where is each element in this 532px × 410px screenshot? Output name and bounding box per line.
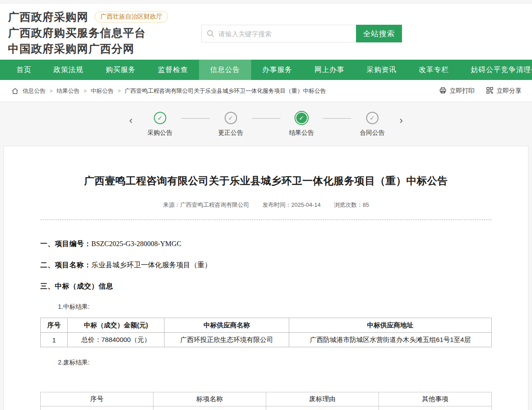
cell-lot-name: / xyxy=(153,406,266,410)
step-label: 结果公告 xyxy=(289,129,314,137)
check-icon: ✓ xyxy=(366,112,379,124)
nav-item-policies[interactable]: 政策法规 xyxy=(42,60,95,80)
cell-other-matters: / xyxy=(379,406,492,410)
step-connector xyxy=(252,118,280,119)
step-connector xyxy=(323,118,351,119)
page-actions: 立即打印 立即分享 xyxy=(439,87,521,95)
announcement-card: 广西壹鸣工程咨询有限公司关于乐业县城乡环卫一体化服务项目（重）中标公告 来源：广… xyxy=(4,146,528,410)
header-amount: 中标（成交）金额(元) xyxy=(68,318,165,333)
breadcrumb-separator: > xyxy=(118,88,121,94)
rejected-result-table: 序号 标项名称 废标理由 其他事项 / / / / xyxy=(40,392,492,410)
qr-code-icon xyxy=(486,87,494,95)
step-contract-announcement[interactable]: ✓ 合同公告 xyxy=(351,112,394,137)
nav-item-purchase-services[interactable]: 购买服务 xyxy=(95,60,147,80)
step-connector xyxy=(181,118,210,119)
header-seq: 序号 xyxy=(41,392,153,406)
step-label: 合同公告 xyxy=(360,129,385,137)
content-background: ‹ ✓ 采购公告 ✓ 更正公告 ✓ 结果公告 ✓ 合同公告 › 广西壹鸣工程咨询… xyxy=(0,102,532,410)
breadcrumb-item-result-announcements[interactable]: 结果公告 xyxy=(57,87,80,95)
cell-rejection-reason: / xyxy=(266,406,379,410)
project-name-label: 二、项目名称： xyxy=(40,261,92,269)
home-icon[interactable] xyxy=(11,87,19,95)
cell-seq: / xyxy=(41,406,153,410)
printer-icon xyxy=(439,87,447,95)
nav-item-procurement-news[interactable]: 采购资讯 xyxy=(356,60,408,80)
share-label: 立即分享 xyxy=(497,87,521,95)
award-result-table: 序号 中标（成交）金额(元) 中标供应商名称 中标供应商地址 1 总价：7884… xyxy=(40,318,492,347)
table-row: 1 总价：78840000（元） 广西环投正欣生态环境有限公司 广西防城港市防城… xyxy=(41,333,492,347)
meta-views: 浏览次数：85 xyxy=(334,201,369,209)
breadcrumb-item-current-page: 广西壹鸣工程咨询有限公司关于乐业县城乡环卫一体化服务项目（重）中标公告 xyxy=(125,87,326,95)
print-action[interactable]: 立即打印 xyxy=(439,87,475,95)
rejected-result-label: 2.废标结果: xyxy=(58,359,492,367)
nav-item-online-services[interactable]: 网上办事 xyxy=(303,60,356,80)
finance-dept-badge: 广西壮族自治区财政厅 xyxy=(95,11,168,23)
site-search: 全站搜索 xyxy=(201,25,402,42)
cell-amount: 总价：78840000（元） xyxy=(68,333,165,347)
share-action[interactable]: 立即分享 xyxy=(486,87,521,95)
meta-publish-time: 发布时间：2025-04-14 xyxy=(263,201,321,209)
step-procurement-announcement[interactable]: ✓ 采购公告 xyxy=(139,112,181,137)
header-lot-name: 标项名称 xyxy=(153,392,266,406)
header-rejection-reason: 废标理由 xyxy=(266,392,379,406)
breadcrumb-item-announcements[interactable]: 信息公告 xyxy=(23,87,46,95)
table-header-row: 序号 标项名称 废标理由 其他事项 xyxy=(41,392,492,406)
project-no-label: 一、项目编号： xyxy=(40,240,92,247)
print-label: 立即打印 xyxy=(450,87,475,95)
cell-supplier-address: 广西防城港市防城区水营街道办木头滩五组61号1至4层 xyxy=(289,333,492,347)
nav-item-supervision[interactable]: 监督检查 xyxy=(147,60,199,80)
cell-supplier-name: 广西环投正欣生态环境有限公司 xyxy=(165,333,289,347)
search-button[interactable]: 全站搜索 xyxy=(356,25,402,42)
project-no-value: BSZC2025-G3-280008-YMGC xyxy=(92,240,182,247)
nav-item-service-hall[interactable]: 办事服务 xyxy=(251,60,303,80)
project-name-value: 乐业县城乡环卫一体化服务项目（重） xyxy=(92,261,212,269)
site-title-line3: 中国政府采购网广西分网 xyxy=(8,41,134,57)
breadcrumb-item-award-announcements[interactable]: 中标公告 xyxy=(91,87,114,95)
table-row: / / / / xyxy=(41,406,492,410)
site-title-line2: 广西政府购买服务信息平台 xyxy=(8,25,146,41)
site-header: 广西政府采购网 广西壮族自治区财政厅 广西政府购买服务信息平台 中国政府采购网广… xyxy=(0,4,532,60)
nav-item-announcements[interactable]: 信息公告 xyxy=(199,60,251,80)
header-other-matters: 其他事项 xyxy=(379,392,492,406)
check-icon: ✓ xyxy=(154,112,166,124)
nav-item-fair-competition[interactable]: 妨碍公平竞争清理公示 xyxy=(460,60,532,80)
search-input[interactable] xyxy=(201,25,356,42)
search-icon xyxy=(207,30,214,38)
dashed-divider xyxy=(40,220,492,220)
site-title-main: 广西政府采购网 xyxy=(8,9,88,25)
check-icon: ✓ xyxy=(225,112,237,124)
breadcrumb: 信息公告 > 结果公告 > 中标公告 > 广西壹鸣工程咨询有限公司关于乐业县城乡… xyxy=(11,87,326,95)
breadcrumb-bar: 信息公告 > 结果公告 > 中标公告 > 广西壹鸣工程咨询有限公司关于乐业县城乡… xyxy=(0,80,532,102)
breadcrumb-separator: > xyxy=(50,88,53,94)
article-body: 一、项目编号：BSZC2025-G3-280008-YMGC 二、项目名称：乐业… xyxy=(39,239,493,410)
step-correction-announcement[interactable]: ✓ 更正公告 xyxy=(210,112,252,137)
main-nav: 首页 政策法规 购买服务 监督检查 信息公告 办事服务 网上办事 采购资讯 改革… xyxy=(0,60,532,80)
announcement-steps: ‹ ✓ 采购公告 ✓ 更正公告 ✓ 结果公告 ✓ 合同公告 › xyxy=(0,102,532,146)
check-icon: ✓ xyxy=(295,112,308,124)
award-result-label: 1.中标结果: xyxy=(58,303,492,311)
site-logo[interactable]: 广西政府采购网 广西壮族自治区财政厅 广西政府购买服务信息平台 中国政府采购网广… xyxy=(8,9,168,57)
chevron-right-icon[interactable]: › xyxy=(394,114,409,127)
step-label: 更正公告 xyxy=(218,129,243,137)
step-result-announcement[interactable]: ✓ 结果公告 xyxy=(280,112,323,137)
step-label: 采购公告 xyxy=(148,129,172,137)
nav-item-home[interactable]: 首页 xyxy=(5,60,42,80)
nav-item-reform-column[interactable]: 改革专栏 xyxy=(408,60,460,80)
header-supplier-address: 中标供应商地址 xyxy=(289,318,492,333)
meta-source: 来源：广西壹鸣工程咨询有限公司 xyxy=(163,201,249,209)
article-meta: 来源：广西壹鸣工程咨询有限公司 发布时间：2025-04-14 浏览次数：85 xyxy=(39,201,493,209)
header-seq: 序号 xyxy=(41,318,68,333)
header-supplier-name: 中标供应商名称 xyxy=(165,318,289,333)
award-info-heading: 三、中标（成交）信息 xyxy=(40,282,113,290)
cell-seq: 1 xyxy=(41,333,68,347)
chevron-left-icon[interactable]: ‹ xyxy=(123,114,138,127)
page-title: 广西壹鸣工程咨询有限公司关于乐业县城乡环卫一体化服务项目（重）中标公告 xyxy=(39,174,493,188)
table-header-row: 序号 中标（成交）金额(元) 中标供应商名称 中标供应商地址 xyxy=(41,318,492,333)
top-strip xyxy=(0,0,532,4)
breadcrumb-separator: > xyxy=(84,88,87,94)
